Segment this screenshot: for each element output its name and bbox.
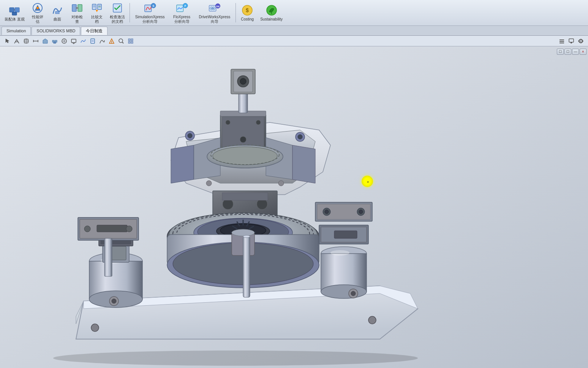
sec-part-icon[interactable] [41,37,49,45]
compare-button[interactable]: 对称检查 [67,0,87,25]
sec-assemble-icon[interactable] [51,37,59,45]
svg-rect-48 [91,39,95,43]
svg-rect-60 [560,40,564,40]
svg-point-152 [368,316,376,324]
svg-point-66 [580,40,582,41]
compare-icon [71,2,83,14]
svg-rect-134 [334,231,357,238]
svg-text:$: $ [246,7,249,13]
performance-label: 性能评估 [32,15,43,24]
svg-rect-47 [71,39,76,43]
assemble-label: 装配体 直观 [5,17,25,22]
svg-point-72 [240,136,246,143]
secondary-toolbar [0,36,588,46]
svg-point-79 [240,78,246,84]
svg-rect-7 [72,5,76,11]
sec-sheet-icon[interactable] [89,37,97,45]
tab-today-manufacturing[interactable]: 今日制造 [81,27,107,35]
svg-point-71 [256,120,261,125]
driveworks-xpress-icon: DW [209,2,221,14]
svg-rect-8 [78,5,82,11]
svg-rect-58 [128,41,130,43]
sec-addins-icon[interactable] [126,37,135,45]
check-activate-button[interactable]: 检查激活的文档 [107,0,128,25]
svg-point-84 [188,133,192,138]
driveworks-xpress-label: DriveWorksXpress向导 [199,15,231,24]
sec-ref-icon[interactable] [60,37,68,45]
svg-point-104 [84,226,90,232]
minimize-button[interactable]: — [572,49,579,55]
svg-rect-74 [239,92,248,113]
viewport-3d[interactable]: ☐ ☐ — ✕ [0,46,588,368]
compare-doc-label: 比较文档 [91,15,103,24]
flowxpress-button[interactable]: F FloXpress分析向导 [169,0,195,25]
sec-view-dropdown-icon[interactable] [558,37,566,45]
svg-point-88 [278,181,284,186]
sustainability-icon [266,4,278,16]
flowxpress-icon: F [176,2,188,14]
close-button[interactable]: ✕ [580,49,586,55]
svg-rect-3 [12,12,17,15]
sec-hide-icon[interactable] [577,37,585,45]
assemble-button[interactable]: 装配体 直观 [2,0,28,25]
svg-rect-59 [131,41,133,43]
performance-icon [32,2,44,14]
check-activate-label: 检查激活的文档 [110,15,125,24]
curvature-button[interactable]: 曲面 [47,0,67,25]
svg-point-5 [36,7,39,9]
svg-rect-145 [243,236,250,297]
sec-dim-icon[interactable] [32,37,40,45]
svg-point-144 [359,210,363,214]
sec-pointer-icon[interactable] [3,37,11,45]
divider-2 [236,3,236,22]
svg-rect-61 [560,41,564,42]
costing-button[interactable]: $ Costing [237,0,257,25]
costing-label: Costing [241,17,254,22]
sec-eval-icon[interactable] [117,37,125,45]
svg-point-86 [298,135,302,139]
svg-rect-106 [104,238,112,276]
curvature-label: 曲面 [54,17,61,22]
performance-button[interactable]: 性能评估 [28,0,47,25]
sec-annotation-icon[interactable] [70,37,78,45]
sec-weld-icon[interactable] [107,37,116,45]
svg-text:S: S [152,5,154,8]
compare-doc-button[interactable]: 比较文档 [87,0,107,25]
check-activate-icon [111,2,123,14]
simulation-xpress-icon: S [144,2,156,14]
restore-button[interactable]: ☐ [557,49,564,55]
curvature-icon [51,4,63,16]
maximize-button[interactable]: ☐ [564,49,571,55]
sustainability-label: Sustainability [260,17,283,22]
assemble-icon [8,4,21,16]
simulation-xpress-button[interactable]: S SimulationXpress分析向导 [131,0,169,25]
svg-point-131 [232,229,254,236]
sec-display-icon[interactable] [567,37,575,45]
sec-surface-icon[interactable] [79,37,87,45]
driveworks-xpress-button[interactable]: DW DriveWorksXpress向导 [195,0,234,25]
svg-rect-43 [54,42,56,43]
svg-point-105 [126,226,132,232]
flowxpress-label: FloXpress分析向导 [173,15,190,24]
svg-marker-40 [43,39,47,43]
svg-point-148 [112,299,116,303]
tab-solidworks-mbd[interactable]: SOLIDWORKS MBD [32,27,80,35]
sec-curve-icon[interactable] [98,37,106,45]
tab-simulation[interactable]: Simulation [2,27,31,35]
svg-line-55 [122,42,123,43]
svg-rect-64 [571,42,572,43]
svg-point-153 [53,351,418,366]
svg-point-53 [111,42,112,43]
svg-rect-57 [131,39,133,41]
sec-feature-icon[interactable] [22,37,30,45]
svg-point-87 [206,181,212,186]
sec-sketch-icon[interactable] [13,37,21,45]
svg-rect-56 [128,39,130,41]
svg-point-142 [325,210,329,214]
svg-point-146 [243,235,250,238]
compare-label: 对称检查 [71,15,83,24]
sustainability-button[interactable]: Sustainability [257,0,286,25]
main-toolbar: 装配体 直观 性能评估 曲面 [0,0,588,26]
svg-rect-62 [560,43,564,43]
tabbar: Simulation SOLIDWORKS MBD 今日制造 [0,26,588,36]
